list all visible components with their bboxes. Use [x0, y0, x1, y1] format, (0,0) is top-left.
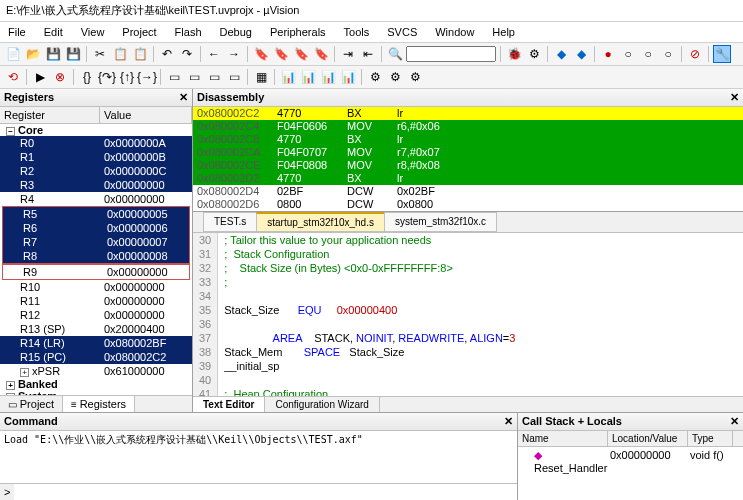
- register-row[interactable]: R50x00000005: [3, 207, 189, 221]
- analyzer2-icon[interactable]: 📊: [299, 68, 317, 86]
- stop-icon[interactable]: ⊗: [51, 68, 69, 86]
- file-tab[interactable]: TEST.s: [203, 212, 257, 232]
- register-row[interactable]: R100x00000000: [0, 280, 192, 294]
- find-input[interactable]: [406, 46, 496, 62]
- blue1-icon[interactable]: ◆: [552, 45, 570, 63]
- registers-tree[interactable]: −CoreR00x0000000AR10x0000000BR20x0000000…: [0, 124, 192, 395]
- saveall-icon[interactable]: 💾: [64, 45, 82, 63]
- register-row[interactable]: R00x0000000A: [0, 136, 192, 150]
- win3-icon[interactable]: ▭: [205, 68, 223, 86]
- run-to-icon[interactable]: {→}: [138, 68, 156, 86]
- file-tab[interactable]: startup_stm32f10x_hd.s: [256, 212, 385, 232]
- register-row[interactable]: R13 (SP)0x20000400: [0, 322, 192, 336]
- menu-help[interactable]: Help: [488, 24, 519, 40]
- file-tab[interactable]: system_stm32f10x.c: [384, 212, 497, 232]
- bookmark-icon[interactable]: 🔖: [252, 45, 270, 63]
- tool1-icon[interactable]: ⚙: [366, 68, 384, 86]
- disasm-row[interactable]: 0x080002C4F04F0606MOVr6,#0x06: [193, 120, 743, 133]
- register-row[interactable]: R120x00000000: [0, 308, 192, 322]
- disasm-row[interactable]: 0x080002CEF04F0808MOVr8,#0x08: [193, 159, 743, 172]
- close-icon[interactable]: ✕: [730, 415, 739, 428]
- analyzer4-icon[interactable]: 📊: [339, 68, 357, 86]
- register-row[interactable]: R30x00000000: [0, 178, 192, 192]
- step-over-icon[interactable]: {↷}: [98, 68, 116, 86]
- close-icon[interactable]: ✕: [179, 91, 188, 104]
- close-icon[interactable]: ✕: [730, 91, 739, 104]
- register-row[interactable]: R70x00000007: [3, 235, 189, 249]
- blue2-icon[interactable]: ◆: [572, 45, 590, 63]
- copy-icon[interactable]: 📋: [111, 45, 129, 63]
- fwd-icon[interactable]: →: [225, 45, 243, 63]
- quit-icon[interactable]: ⊘: [686, 45, 704, 63]
- register-row[interactable]: R40x00000000: [0, 192, 192, 206]
- disasm-row[interactable]: 0x080002C84770BXlr: [193, 133, 743, 146]
- reset-icon[interactable]: ⟲: [4, 68, 22, 86]
- paste-icon[interactable]: 📋: [131, 45, 149, 63]
- bookmark-next-icon[interactable]: 🔖: [292, 45, 310, 63]
- back-icon[interactable]: ←: [205, 45, 223, 63]
- close-icon[interactable]: ✕: [504, 415, 513, 428]
- circle2-icon[interactable]: ○: [619, 45, 637, 63]
- win2-icon[interactable]: ▭: [185, 68, 203, 86]
- win1-icon[interactable]: ▭: [165, 68, 183, 86]
- register-row[interactable]: R110x00000000: [0, 294, 192, 308]
- analyzer1-icon[interactable]: 📊: [279, 68, 297, 86]
- register-row[interactable]: R80x00000008: [3, 249, 189, 263]
- disasm-row[interactable]: 0x080002D24770BXlr: [193, 172, 743, 185]
- disasm-row[interactable]: 0x080002D402BFDCW0x02BF: [193, 185, 743, 198]
- circle3-icon[interactable]: ○: [639, 45, 657, 63]
- text-editor-tab[interactable]: Text Editor: [193, 397, 265, 412]
- register-row[interactable]: R60x00000006: [3, 221, 189, 235]
- debug-icon[interactable]: 🐞: [505, 45, 523, 63]
- file-tabs: TEST.sstartup_stm32f10x_hd.ssystem_stm32…: [193, 212, 743, 233]
- config-icon[interactable]: ⚙: [525, 45, 543, 63]
- menu-tools[interactable]: Tools: [340, 24, 374, 40]
- circle1-icon[interactable]: ●: [599, 45, 617, 63]
- analyzer3-icon[interactable]: 📊: [319, 68, 337, 86]
- bookmark-prev-icon[interactable]: 🔖: [272, 45, 290, 63]
- command-input[interactable]: [14, 484, 517, 500]
- registers-tab[interactable]: ≡ Registers: [63, 396, 135, 412]
- menu-window[interactable]: Window: [431, 24, 478, 40]
- find-icon[interactable]: 🔍: [386, 45, 404, 63]
- menu-peripherals[interactable]: Peripherals: [266, 24, 330, 40]
- code-editor[interactable]: 3031323334353637383940414243444546474849…: [193, 233, 743, 396]
- circle4-icon[interactable]: ○: [659, 45, 677, 63]
- project-tab[interactable]: ▭ Project: [0, 396, 63, 412]
- grid-icon[interactable]: ▦: [252, 68, 270, 86]
- new-icon[interactable]: 📄: [4, 45, 22, 63]
- menu-svcs[interactable]: SVCS: [383, 24, 421, 40]
- wrench-icon[interactable]: 🔧: [713, 45, 731, 63]
- register-row[interactable]: R14 (LR)0x080002BF: [0, 336, 192, 350]
- disasm-row[interactable]: 0x080002CAF04F0707MOVr7,#0x07: [193, 146, 743, 159]
- disasm-row[interactable]: 0x080002C24770BXlr: [193, 107, 743, 120]
- menu-debug[interactable]: Debug: [216, 24, 256, 40]
- save-icon[interactable]: 💾: [44, 45, 62, 63]
- register-row[interactable]: R20x0000000C: [0, 164, 192, 178]
- indent-icon[interactable]: ⇥: [339, 45, 357, 63]
- tool2-icon[interactable]: ⚙: [386, 68, 404, 86]
- register-row[interactable]: R90x00000000: [3, 265, 189, 279]
- menu-project[interactable]: Project: [118, 24, 160, 40]
- disasm-row[interactable]: 0x080002D60800DCW0x0800: [193, 198, 743, 211]
- menu-file[interactable]: File: [4, 24, 30, 40]
- undo-icon[interactable]: ↶: [158, 45, 176, 63]
- callstack-body[interactable]: ◆ Reset_Handler 0x00000000 void f(): [518, 447, 743, 500]
- win4-icon[interactable]: ▭: [225, 68, 243, 86]
- menu-edit[interactable]: Edit: [40, 24, 67, 40]
- redo-icon[interactable]: ↷: [178, 45, 196, 63]
- config-wizard-tab[interactable]: Configuration Wizard: [265, 397, 379, 412]
- disassembly-list[interactable]: 0x080002C24770BXlr0x080002C4F04F0606MOVr…: [193, 107, 743, 211]
- cut-icon[interactable]: ✂: [91, 45, 109, 63]
- open-icon[interactable]: 📂: [24, 45, 42, 63]
- run-icon[interactable]: ▶: [31, 68, 49, 86]
- menu-view[interactable]: View: [77, 24, 109, 40]
- register-row[interactable]: R10x0000000B: [0, 150, 192, 164]
- bookmark-clear-icon[interactable]: 🔖: [312, 45, 330, 63]
- register-row[interactable]: R15 (PC)0x080002C2: [0, 350, 192, 364]
- menu-flash[interactable]: Flash: [171, 24, 206, 40]
- outdent-icon[interactable]: ⇤: [359, 45, 377, 63]
- tool3-icon[interactable]: ⚙: [406, 68, 424, 86]
- step-in-icon[interactable]: {}: [78, 68, 96, 86]
- step-out-icon[interactable]: {↑}: [118, 68, 136, 86]
